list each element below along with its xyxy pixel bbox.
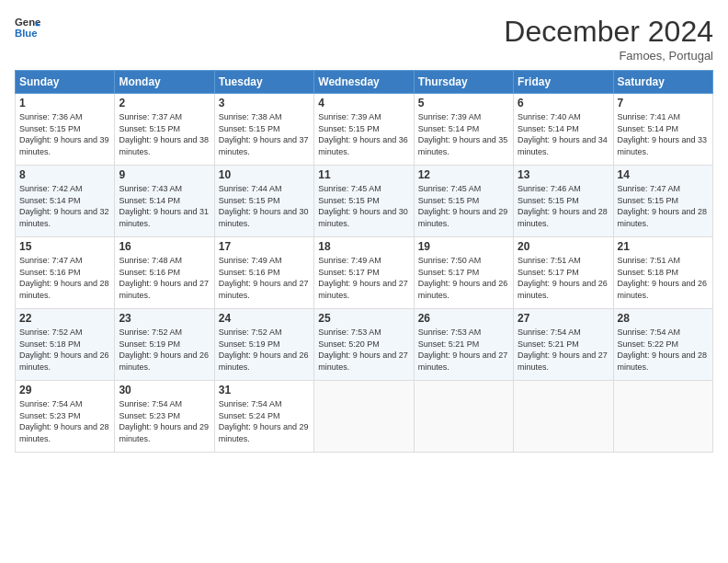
day-number: 7 bbox=[618, 97, 709, 109]
day-number: 11 bbox=[318, 168, 409, 181]
day-number: 28 bbox=[618, 312, 709, 325]
day-info: Sunrise: 7:49 AMSunset: 5:17 PMDaylight:… bbox=[318, 256, 408, 300]
table-cell: 13 Sunrise: 7:46 AMSunset: 5:15 PMDaylig… bbox=[514, 166, 613, 237]
day-info: Sunrise: 7:54 AMSunset: 5:24 PMDaylight:… bbox=[219, 399, 309, 443]
day-number: 14 bbox=[618, 168, 709, 181]
table-cell: 17 Sunrise: 7:49 AMSunset: 5:16 PMDaylig… bbox=[214, 237, 313, 309]
subtitle: Famoes, Portugal bbox=[504, 49, 713, 63]
day-info: Sunrise: 7:52 AMSunset: 5:19 PMDaylight:… bbox=[119, 327, 209, 372]
logo: General Blue bbox=[15, 15, 40, 40]
day-number: 13 bbox=[518, 168, 609, 181]
table-cell: 29 Sunrise: 7:54 AMSunset: 5:23 PMDaylig… bbox=[16, 381, 115, 453]
table-cell: 30 Sunrise: 7:54 AMSunset: 5:23 PMDaylig… bbox=[115, 381, 214, 453]
day-number: 5 bbox=[418, 97, 509, 109]
month-title: December 2024 bbox=[504, 15, 713, 49]
table-cell: 4 Sunrise: 7:39 AMSunset: 5:15 PMDayligh… bbox=[314, 94, 414, 166]
day-info: Sunrise: 7:40 AMSunset: 5:14 PMDaylight:… bbox=[518, 112, 608, 156]
table-row: 22 Sunrise: 7:52 AMSunset: 5:18 PMDaylig… bbox=[16, 309, 713, 381]
day-number: 22 bbox=[19, 312, 110, 325]
table-cell: 9 Sunrise: 7:43 AMSunset: 5:14 PMDayligh… bbox=[115, 166, 214, 237]
day-info: Sunrise: 7:42 AMSunset: 5:14 PMDaylight:… bbox=[19, 184, 109, 228]
table-cell: 28 Sunrise: 7:54 AMSunset: 5:22 PMDaylig… bbox=[613, 309, 712, 381]
day-info: Sunrise: 7:39 AMSunset: 5:15 PMDaylight:… bbox=[318, 112, 408, 156]
day-number: 25 bbox=[318, 312, 409, 325]
table-cell: 12 Sunrise: 7:45 AMSunset: 5:15 PMDaylig… bbox=[414, 166, 513, 237]
table-row: 29 Sunrise: 7:54 AMSunset: 5:23 PMDaylig… bbox=[16, 381, 713, 453]
day-number: 31 bbox=[219, 384, 310, 396]
table-cell: 14 Sunrise: 7:47 AMSunset: 5:15 PMDaylig… bbox=[613, 166, 712, 237]
table-cell: 3 Sunrise: 7:38 AMSunset: 5:15 PMDayligh… bbox=[214, 94, 313, 166]
day-info: Sunrise: 7:52 AMSunset: 5:19 PMDaylight:… bbox=[219, 327, 309, 372]
day-number: 24 bbox=[219, 312, 310, 325]
day-info: Sunrise: 7:45 AMSunset: 5:15 PMDaylight:… bbox=[418, 184, 508, 228]
header-area: General Blue December 2024 Famoes, Portu… bbox=[15, 15, 713, 63]
day-number: 8 bbox=[19, 168, 110, 181]
day-info: Sunrise: 7:39 AMSunset: 5:14 PMDaylight:… bbox=[418, 112, 508, 156]
title-area: December 2024 Famoes, Portugal bbox=[504, 15, 713, 63]
table-cell: 19 Sunrise: 7:50 AMSunset: 5:17 PMDaylig… bbox=[414, 237, 513, 309]
day-info: Sunrise: 7:53 AMSunset: 5:21 PMDaylight:… bbox=[418, 327, 508, 372]
table-cell: 21 Sunrise: 7:51 AMSunset: 5:18 PMDaylig… bbox=[613, 237, 712, 309]
logo-icon: General Blue bbox=[15, 15, 40, 40]
header-saturday: Saturday bbox=[613, 71, 712, 94]
day-number: 23 bbox=[119, 312, 210, 325]
table-cell: 16 Sunrise: 7:48 AMSunset: 5:16 PMDaylig… bbox=[115, 237, 214, 309]
table-cell: 2 Sunrise: 7:37 AMSunset: 5:15 PMDayligh… bbox=[115, 94, 214, 166]
table-cell: 25 Sunrise: 7:53 AMSunset: 5:20 PMDaylig… bbox=[314, 309, 414, 381]
day-info: Sunrise: 7:47 AMSunset: 5:15 PMDaylight:… bbox=[618, 184, 708, 228]
table-cell: 20 Sunrise: 7:51 AMSunset: 5:17 PMDaylig… bbox=[514, 237, 613, 309]
day-info: Sunrise: 7:41 AMSunset: 5:14 PMDaylight:… bbox=[618, 112, 708, 156]
header-sunday: Sunday bbox=[16, 71, 115, 94]
day-info: Sunrise: 7:50 AMSunset: 5:17 PMDaylight:… bbox=[418, 256, 508, 300]
day-number: 16 bbox=[119, 240, 210, 253]
day-info: Sunrise: 7:47 AMSunset: 5:16 PMDaylight:… bbox=[19, 256, 109, 300]
day-number: 10 bbox=[219, 168, 310, 181]
day-info: Sunrise: 7:54 AMSunset: 5:22 PMDaylight:… bbox=[618, 327, 708, 372]
table-cell: 10 Sunrise: 7:44 AMSunset: 5:15 PMDaylig… bbox=[214, 166, 313, 237]
day-number: 15 bbox=[19, 240, 110, 253]
day-info: Sunrise: 7:54 AMSunset: 5:23 PMDaylight:… bbox=[19, 399, 109, 443]
table-cell: 15 Sunrise: 7:47 AMSunset: 5:16 PMDaylig… bbox=[16, 237, 115, 309]
day-number: 17 bbox=[219, 240, 310, 253]
calendar-table: Sunday Monday Tuesday Wednesday Thursday… bbox=[15, 70, 713, 453]
table-cell: 18 Sunrise: 7:49 AMSunset: 5:17 PMDaylig… bbox=[314, 237, 414, 309]
table-cell: 1 Sunrise: 7:36 AMSunset: 5:15 PMDayligh… bbox=[16, 94, 115, 166]
table-cell bbox=[314, 381, 414, 453]
calendar-container: General Blue December 2024 Famoes, Portu… bbox=[0, 0, 728, 460]
day-info: Sunrise: 7:53 AMSunset: 5:20 PMDaylight:… bbox=[318, 327, 408, 372]
header-thursday: Thursday bbox=[414, 71, 513, 94]
table-cell: 8 Sunrise: 7:42 AMSunset: 5:14 PMDayligh… bbox=[16, 166, 115, 237]
day-number: 2 bbox=[119, 97, 210, 109]
day-info: Sunrise: 7:46 AMSunset: 5:15 PMDaylight:… bbox=[518, 184, 608, 228]
day-number: 30 bbox=[119, 384, 210, 396]
day-number: 9 bbox=[119, 168, 210, 181]
svg-text:Blue: Blue bbox=[15, 28, 38, 39]
header-tuesday: Tuesday bbox=[214, 71, 313, 94]
day-number: 19 bbox=[418, 240, 509, 253]
header-monday: Monday bbox=[115, 71, 214, 94]
day-info: Sunrise: 7:45 AMSunset: 5:15 PMDaylight:… bbox=[318, 184, 408, 228]
table-cell: 26 Sunrise: 7:53 AMSunset: 5:21 PMDaylig… bbox=[414, 309, 513, 381]
table-cell: 27 Sunrise: 7:54 AMSunset: 5:21 PMDaylig… bbox=[514, 309, 613, 381]
day-number: 27 bbox=[518, 312, 609, 325]
day-number: 4 bbox=[318, 97, 409, 109]
table-cell: 11 Sunrise: 7:45 AMSunset: 5:15 PMDaylig… bbox=[314, 166, 414, 237]
table-row: 1 Sunrise: 7:36 AMSunset: 5:15 PMDayligh… bbox=[16, 94, 713, 166]
table-cell: 7 Sunrise: 7:41 AMSunset: 5:14 PMDayligh… bbox=[613, 94, 712, 166]
day-info: Sunrise: 7:51 AMSunset: 5:17 PMDaylight:… bbox=[518, 256, 608, 300]
table-cell bbox=[613, 381, 712, 453]
table-cell: 23 Sunrise: 7:52 AMSunset: 5:19 PMDaylig… bbox=[115, 309, 214, 381]
day-number: 6 bbox=[518, 97, 609, 109]
day-info: Sunrise: 7:52 AMSunset: 5:18 PMDaylight:… bbox=[19, 327, 109, 372]
day-info: Sunrise: 7:36 AMSunset: 5:15 PMDaylight:… bbox=[19, 112, 109, 156]
day-number: 12 bbox=[418, 168, 509, 181]
day-info: Sunrise: 7:54 AMSunset: 5:21 PMDaylight:… bbox=[518, 327, 608, 372]
day-info: Sunrise: 7:54 AMSunset: 5:23 PMDaylight:… bbox=[119, 399, 209, 443]
header-wednesday: Wednesday bbox=[314, 71, 414, 94]
day-info: Sunrise: 7:43 AMSunset: 5:14 PMDaylight:… bbox=[119, 184, 209, 228]
day-number: 21 bbox=[618, 240, 709, 253]
day-info: Sunrise: 7:49 AMSunset: 5:16 PMDaylight:… bbox=[219, 256, 309, 300]
table-cell: 31 Sunrise: 7:54 AMSunset: 5:24 PMDaylig… bbox=[214, 381, 313, 453]
table-cell bbox=[414, 381, 513, 453]
day-info: Sunrise: 7:48 AMSunset: 5:16 PMDaylight:… bbox=[119, 256, 209, 300]
